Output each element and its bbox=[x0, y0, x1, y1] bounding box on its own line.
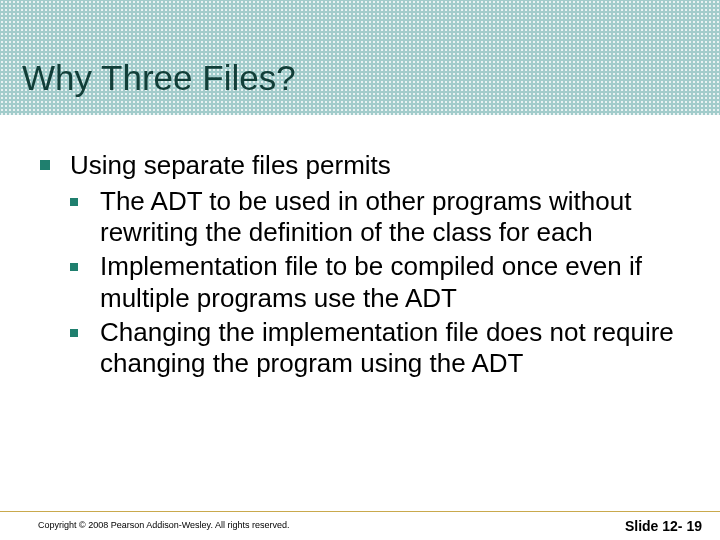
title-band: Why Three Files? bbox=[0, 0, 720, 115]
bullet-level2: Implementation file to be compiled once … bbox=[70, 251, 690, 314]
bullet-level2-text: Changing the implementation file does no… bbox=[100, 317, 674, 379]
square-bullet-icon bbox=[40, 160, 50, 170]
square-bullet-icon bbox=[70, 329, 78, 337]
bullet-level2-text: The ADT to be used in other programs wit… bbox=[100, 186, 631, 248]
slide-title: Why Three Files? bbox=[22, 58, 296, 98]
slide-number: Slide 12- 19 bbox=[625, 518, 702, 534]
bullet-level2: Changing the implementation file does no… bbox=[70, 317, 690, 380]
bullet-level2: The ADT to be used in other programs wit… bbox=[70, 186, 690, 249]
slide-body: Using separate files permits The ADT to … bbox=[40, 150, 690, 380]
bullet-level1: Using separate files permits bbox=[40, 150, 690, 182]
bullet-level1-text: Using separate files permits bbox=[70, 150, 391, 180]
copyright-text: Copyright © 2008 Pearson Addison-Wesley.… bbox=[38, 520, 289, 530]
footer-divider bbox=[0, 511, 720, 512]
slide: Why Three Files? Using separate files pe… bbox=[0, 0, 720, 540]
square-bullet-icon bbox=[70, 198, 78, 206]
square-bullet-icon bbox=[70, 263, 78, 271]
bullet-level2-text: Implementation file to be compiled once … bbox=[100, 251, 642, 313]
